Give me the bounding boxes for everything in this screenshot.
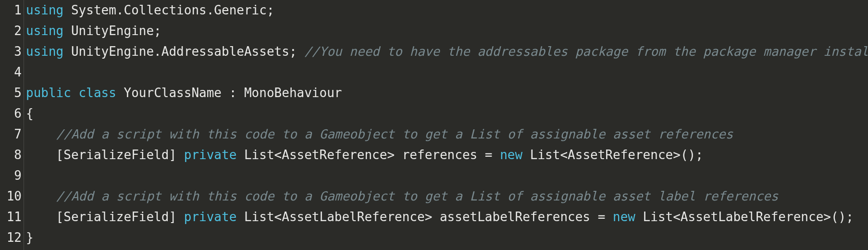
line-number-gutter: 123456789101112 [0,0,24,250]
line-number: 10 [0,186,22,207]
code-line[interactable]: //Add a script with this code to a Gameo… [26,124,868,145]
code-line[interactable]: } [26,227,868,248]
token-plain: UnityEngine; [63,24,161,38]
token-keyword: new [613,210,635,224]
token-plain: YourClassName : MonoBehaviour [116,86,342,100]
token-keyword: new [500,148,522,162]
token-plain: List<AssetLabelReference>(); [635,210,854,224]
code-line[interactable]: public class YourClassName : MonoBehavio… [26,83,868,103]
token-plain: List<AssetLabelReference> assetLabelRefe… [236,210,613,224]
token-plain: [SerializeField] [26,148,184,162]
code-line[interactable]: //Add a script with this code to a Gameo… [26,186,868,207]
token-keyword: private [184,210,237,224]
code-line[interactable]: [SerializeField] private List<AssetLabel… [26,207,868,227]
token-plain: } [26,230,34,245]
token-plain: [SerializeField] [26,210,184,224]
line-number: 11 [0,207,22,227]
token-comment: //You need to have the addressables pack… [304,44,868,59]
token-plain: UnityEngine.AddressableAssets; [63,44,304,59]
code-editor[interactable]: 123456789101112 using System.Collections… [0,0,868,250]
token-plain: { [26,106,34,121]
code-line[interactable]: using UnityEngine; [26,21,868,41]
code-line[interactable]: using UnityEngine.AddressableAssets; //Y… [26,41,868,62]
line-number: 7 [0,124,22,145]
line-number: 8 [0,145,22,165]
token-plain [26,127,56,141]
line-number: 3 [0,41,22,62]
token-keyword: using [26,44,63,59]
line-number: 4 [0,62,22,83]
line-number: 6 [0,103,22,124]
line-number: 1 [0,0,22,21]
token-comment: //Add a script with this code to a Gameo… [56,127,733,141]
code-line[interactable]: using System.Collections.Generic; [26,0,868,21]
line-number: 9 [0,165,22,186]
line-number: 12 [0,227,22,248]
token-plain: List<AssetReference> references = [236,148,500,162]
token-keyword: using [26,24,63,38]
token-keyword: public [26,86,71,100]
token-plain: System.Collections.Generic; [63,3,274,17]
code-line[interactable]: { [26,103,868,124]
code-area[interactable]: using System.Collections.Generic;using U… [24,0,868,250]
code-line[interactable] [26,62,868,83]
token-comment: //Add a script with this code to a Gameo… [56,189,779,203]
token-plain [26,189,56,203]
code-line[interactable]: [SerializeField] private List<AssetRefer… [26,145,868,165]
token-plain: List<AssetReference>(); [522,148,703,162]
line-number: 2 [0,21,22,41]
token-keyword: private [184,148,237,162]
code-line[interactable] [26,165,868,186]
line-number: 5 [0,83,22,103]
token-plain [71,86,79,100]
token-keyword: class [79,86,116,100]
token-keyword: using [26,3,63,17]
